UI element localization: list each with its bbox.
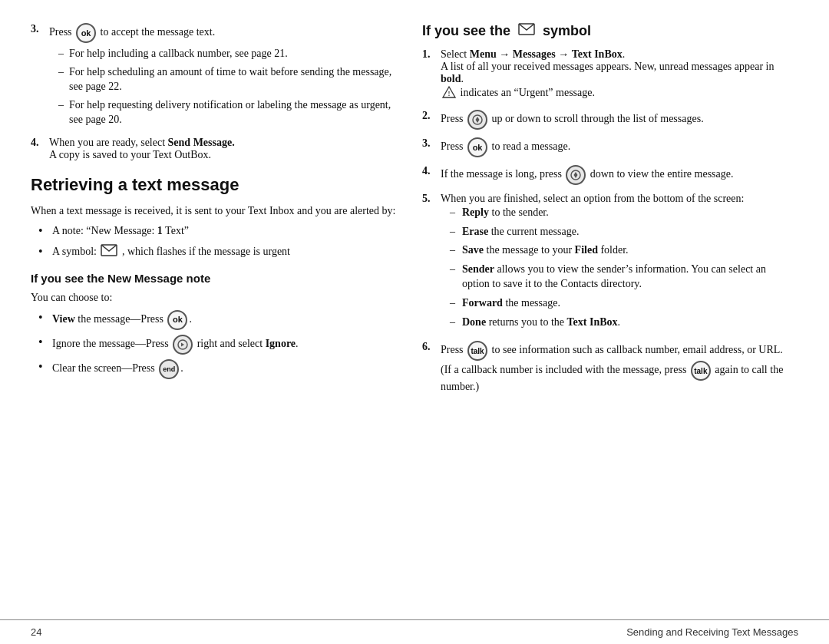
step-3-sub-2: For help scheduling an amount of time to…	[58, 64, 399, 94]
retrieving-intro: When a text message is received, it is s…	[31, 203, 399, 219]
step-4-text: When you are ready, select Send Message.	[49, 137, 235, 148]
right-step-3-content: Press ok to read a message.	[441, 137, 791, 157]
step-3-text: Press	[49, 26, 74, 38]
talk-button-icon-2: talk	[691, 361, 711, 381]
sub-bullets-list: View the message—Press ok. Ignore the me…	[31, 310, 399, 379]
sub-bullet-ignore: Ignore the message—Press right and selec…	[38, 335, 399, 355]
step-3-content: Press ok to accept the message text. For…	[49, 23, 399, 130]
nav-button-icon-1	[173, 335, 193, 355]
right-steps: 1. Select Menu → Messages → Text InBox. …	[422, 48, 791, 393]
right-step-6: 6. Press talk to see information such as…	[422, 341, 791, 393]
right-section-title: If you see the symbol	[422, 23, 791, 39]
envelope-icon-title	[518, 23, 535, 39]
right-step-3-num: 3.	[422, 137, 436, 157]
option-erase: Erase the current message.	[450, 224, 791, 239]
right-step-5-content: When you are finished, select an option …	[441, 193, 791, 333]
step-3-sub-3: For help requesting delivery notificatio…	[58, 97, 399, 127]
right-step-4-num: 4.	[422, 165, 436, 185]
step-3: 3. Press ok to accept the message text. …	[31, 23, 399, 130]
right-step-1: 1. Select Menu → Messages → Text InBox. …	[422, 48, 791, 102]
alerted-by-list: A note: “New Message: 1 Text” A symbol: …	[31, 223, 399, 261]
sub-bullet-clear: Clear the screen—Press end.	[38, 359, 399, 379]
ok-button-icon-3: ok	[467, 137, 487, 157]
right-step-2: 2. Press up or down to scroll through th…	[422, 110, 791, 130]
right-column: If you see the symbol 1. Select Menu → M…	[422, 23, 791, 604]
right-step-6-content: Press talk to see information such as ca…	[441, 341, 791, 393]
step-4: 4. When you are ready, select Send Messa…	[31, 137, 399, 161]
right-step-5-num: 5.	[422, 193, 436, 333]
right-step-6-num: 6.	[422, 341, 436, 393]
right-step-2-num: 2.	[422, 110, 436, 130]
page-number: 24	[31, 626, 41, 638]
right-title-prefix: If you see the	[422, 23, 510, 39]
footer: 24 Sending and Receiving Text Messages	[0, 619, 829, 644]
sub-bullet-view: View the message—Press ok.	[38, 310, 399, 330]
retrieving-heading: Retrieving a text message	[31, 175, 399, 195]
warning-icon: !	[442, 85, 456, 102]
option-forward: Forward the message.	[450, 296, 791, 311]
right-step-3: 3. Press ok to read a message.	[422, 137, 791, 157]
step-3-sub-1: For help including a callback number, se…	[58, 46, 399, 61]
ok-button-icon-1: ok	[76, 23, 96, 43]
bullet-symbol: A symbol: , which flashes if the message…	[38, 244, 399, 261]
right-title-suffix: symbol	[543, 23, 591, 39]
bullet-note: A note: “New Message: 1 Text”	[38, 223, 399, 239]
nav-button-icon-3	[566, 165, 586, 185]
option-save: Save the message to your Filed folder.	[450, 243, 791, 258]
option-done: Done returns you to the Text InBox.	[450, 315, 791, 330]
svg-text:!: !	[448, 90, 451, 97]
right-step-4-content: If the message is long, press down to vi…	[441, 165, 791, 185]
left-column: 3. Press ok to accept the message text. …	[31, 23, 399, 604]
end-button-icon: end	[159, 359, 179, 379]
nav-button-icon-2	[467, 110, 487, 130]
talk-button-icon-1: talk	[467, 341, 487, 361]
step-3-text-after: to accept the message text.	[101, 26, 216, 38]
ok-button-icon-2: ok	[167, 310, 187, 330]
step-4-sub: A copy is saved to your Text OutBox.	[49, 149, 211, 160]
new-message-note-heading: If you see the New Message note	[31, 272, 399, 285]
right-step-2-content: Press up or down to scroll through the l…	[441, 110, 791, 130]
right-step-1-content: Select Menu → Messages → Text InBox. A l…	[441, 48, 791, 102]
options-list: Reply to the sender. Erase the current m…	[441, 205, 791, 329]
option-sender: Sender allows you to view the sender’s i…	[450, 262, 791, 292]
sub-intro: You can choose to:	[31, 289, 399, 305]
step-3-num: 3.	[31, 23, 45, 130]
right-step-4: 4. If the message is long, press down to…	[422, 165, 791, 185]
step-3-sub-list: For help including a callback number, se…	[49, 46, 399, 127]
step-4-content: When you are ready, select Send Message.…	[49, 137, 399, 161]
right-step-5: 5. When you are finished, select an opti…	[422, 193, 791, 333]
option-reply: Reply to the sender.	[450, 205, 791, 220]
envelope-icon	[101, 244, 117, 261]
step-4-num: 4.	[31, 137, 45, 161]
right-step-1-num: 1.	[422, 48, 436, 102]
footer-text: Sending and Receiving Text Messages	[626, 626, 798, 638]
